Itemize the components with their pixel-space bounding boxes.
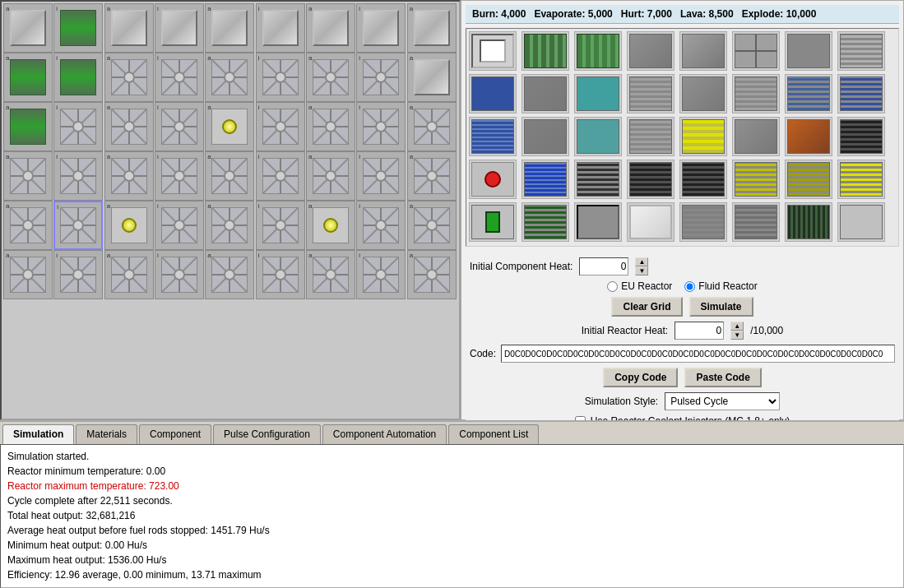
component-palette-item[interactable] bbox=[522, 160, 569, 199]
tab-simulation[interactable]: Simulation bbox=[2, 424, 74, 444]
component-palette-item[interactable] bbox=[837, 117, 885, 156]
reactor-cell[interactable]: a bbox=[306, 201, 355, 250]
component-palette-item[interactable] bbox=[469, 202, 517, 242]
reactor-cell[interactable]: a bbox=[205, 3, 254, 53]
reactor-cell[interactable]: a bbox=[104, 3, 154, 53]
component-palette-item[interactable] bbox=[469, 74, 517, 113]
component-palette-item[interactable] bbox=[627, 31, 675, 71]
reactor-cell[interactable]: i bbox=[256, 151, 305, 201]
component-palette-item[interactable] bbox=[837, 202, 885, 242]
simulate-button[interactable]: Simulate bbox=[689, 297, 753, 317]
component-palette-item[interactable] bbox=[574, 160, 622, 199]
reactor-cell[interactable]: i bbox=[155, 250, 204, 299]
reactor-heat-input[interactable] bbox=[675, 322, 724, 340]
component-palette-item[interactable] bbox=[679, 74, 727, 113]
reactor-cell[interactable]: i bbox=[356, 102, 406, 151]
component-palette-item[interactable] bbox=[837, 31, 885, 71]
component-palette-item[interactable] bbox=[732, 74, 780, 113]
component-palette-item[interactable] bbox=[469, 160, 517, 199]
component-palette-item[interactable] bbox=[469, 31, 517, 71]
reactor-cell[interactable]: i bbox=[53, 201, 103, 250]
component-palette-item[interactable] bbox=[785, 160, 832, 199]
component-palette-item[interactable] bbox=[837, 160, 885, 199]
clear-grid-button[interactable]: Clear Grid bbox=[611, 297, 682, 317]
component-palette-item[interactable] bbox=[679, 31, 727, 71]
reactor-cell[interactable]: i bbox=[356, 250, 406, 299]
reactor-cell[interactable]: a bbox=[104, 250, 154, 299]
reactor-cell[interactable]: i bbox=[356, 53, 406, 102]
reactor-cell[interactable]: i bbox=[356, 201, 406, 250]
tab-pulse-configuration[interactable]: Pulse Configuration bbox=[213, 424, 321, 444]
reactor-heat-spin-up[interactable]: ▲ bbox=[730, 322, 744, 331]
reactor-cell[interactable]: a bbox=[104, 151, 154, 201]
component-palette-item[interactable] bbox=[679, 117, 727, 156]
copy-code-button[interactable]: Copy Code bbox=[603, 368, 678, 387]
reactor-cell[interactable]: a bbox=[3, 53, 53, 102]
reactor-cell[interactable]: a bbox=[407, 102, 457, 151]
component-palette-item[interactable] bbox=[785, 117, 832, 156]
tab-materials[interactable]: Materials bbox=[76, 424, 137, 444]
reactor-heat-spin-down[interactable]: ▼ bbox=[730, 331, 744, 340]
component-palette-item[interactable] bbox=[732, 31, 780, 71]
component-palette-item[interactable] bbox=[574, 31, 622, 71]
component-palette-item[interactable] bbox=[522, 31, 569, 71]
component-palette-item[interactable] bbox=[574, 202, 622, 242]
tab-component[interactable]: Component bbox=[139, 424, 211, 444]
component-palette-item[interactable] bbox=[732, 117, 780, 156]
component-palette-item[interactable] bbox=[574, 74, 622, 113]
fluid-reactor-radio[interactable] bbox=[684, 281, 695, 292]
reactor-cell[interactable]: i bbox=[256, 250, 305, 299]
eu-reactor-radio[interactable] bbox=[607, 281, 618, 292]
reactor-cell[interactable]: a bbox=[407, 151, 457, 201]
sim-style-select[interactable]: Pulsed Cycle Continuous Single Pulse bbox=[665, 392, 780, 410]
reactor-cell[interactable]: a bbox=[3, 201, 53, 250]
reactor-cell[interactable]: i bbox=[256, 53, 305, 102]
reactor-cell[interactable]: a bbox=[104, 102, 154, 151]
reactor-cell[interactable]: i bbox=[256, 102, 305, 151]
reactor-cell[interactable]: i bbox=[155, 102, 204, 151]
component-palette-item[interactable] bbox=[785, 202, 832, 242]
reactor-cell[interactable]: a bbox=[205, 250, 254, 299]
eu-reactor-option[interactable]: EU Reactor bbox=[607, 280, 672, 292]
component-palette-item[interactable] bbox=[469, 117, 517, 156]
reactor-cell[interactable]: a bbox=[3, 151, 53, 201]
component-palette-item[interactable] bbox=[732, 202, 780, 242]
code-input[interactable] bbox=[501, 345, 895, 363]
reactor-cell[interactable]: a bbox=[306, 102, 355, 151]
tab-component-automation[interactable]: Component Automation bbox=[322, 424, 447, 444]
component-palette-item[interactable] bbox=[732, 160, 780, 199]
reactor-cell[interactable]: a bbox=[104, 201, 154, 250]
reactor-cell[interactable]: a bbox=[407, 53, 457, 102]
reactor-cell[interactable]: a bbox=[205, 151, 254, 201]
reactor-cell[interactable]: a bbox=[306, 3, 355, 53]
component-palette-item[interactable] bbox=[574, 117, 622, 156]
component-palette-item[interactable] bbox=[785, 74, 832, 113]
component-palette-item[interactable] bbox=[627, 117, 675, 156]
reactor-cell[interactable]: a bbox=[407, 3, 457, 53]
reactor-cell[interactable]: i bbox=[256, 201, 305, 250]
reactor-cell[interactable]: a bbox=[205, 102, 254, 151]
component-palette-item[interactable] bbox=[522, 202, 569, 242]
reactor-cell[interactable]: a bbox=[205, 201, 254, 250]
paste-code-button[interactable]: Paste Code bbox=[684, 368, 761, 387]
component-palette-item[interactable] bbox=[785, 31, 832, 71]
reactor-cell[interactable]: i bbox=[53, 53, 103, 102]
reactor-cell[interactable]: i bbox=[356, 151, 406, 201]
reactor-cell[interactable]: a bbox=[205, 53, 254, 102]
reactor-cell[interactable]: a bbox=[306, 53, 355, 102]
reactor-cell[interactable]: i bbox=[155, 3, 204, 53]
component-palette-item[interactable] bbox=[627, 74, 675, 113]
reactor-cell[interactable]: a bbox=[407, 250, 457, 299]
reactor-cell[interactable]: a bbox=[306, 151, 355, 201]
initial-heat-input[interactable] bbox=[579, 257, 628, 275]
reactor-cell[interactable]: i bbox=[53, 3, 103, 53]
reactor-cell[interactable]: a bbox=[3, 102, 53, 151]
reactor-cell[interactable]: a bbox=[3, 250, 53, 299]
reactor-cell[interactable]: i bbox=[53, 151, 103, 201]
tab-component-list[interactable]: Component List bbox=[448, 424, 539, 444]
reactor-cell[interactable]: a bbox=[104, 53, 154, 102]
component-palette-item[interactable] bbox=[679, 202, 727, 242]
component-palette-item[interactable] bbox=[627, 202, 675, 242]
component-palette-item[interactable] bbox=[837, 74, 885, 113]
reactor-cell[interactable]: a bbox=[3, 3, 53, 53]
